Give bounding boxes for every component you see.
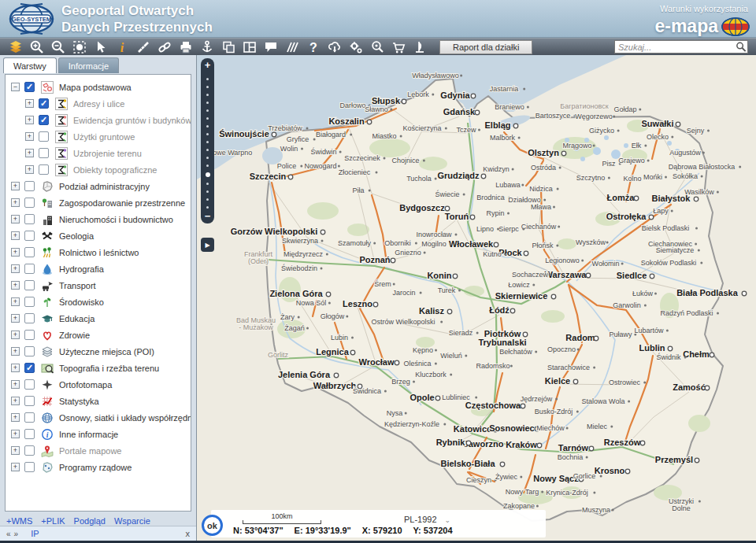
ok-button[interactable]: ok <box>202 515 223 536</box>
zoom-level-current[interactable] <box>206 172 210 177</box>
expand-icon[interactable]: + <box>11 215 20 223</box>
close-icon[interactable]: x <box>186 529 191 538</box>
emapa-brand[interactable]: e-mapa <box>654 16 750 37</box>
tree-row[interactable]: −Mapa podstawowa <box>6 79 191 95</box>
layer-checkbox[interactable] <box>24 214 35 224</box>
layer-checkbox[interactable] <box>24 280 35 290</box>
expand-icon[interactable]: + <box>11 281 20 290</box>
layer-label[interactable]: Transport <box>55 281 96 290</box>
link-icon[interactable] <box>154 39 175 56</box>
zoom-level-dot[interactable] <box>206 86 209 88</box>
layer-label[interactable]: Obiekty topograficzne <box>69 165 157 175</box>
zoom-level-track[interactable] <box>201 70 214 211</box>
expand-icon[interactable]: + <box>11 446 20 455</box>
zoom-level-dot[interactable] <box>206 94 209 96</box>
zoom-level-dot[interactable] <box>206 164 209 167</box>
layer-checkbox[interactable] <box>24 198 35 208</box>
expand-icon[interactable]: + <box>11 331 20 339</box>
layer-checkbox[interactable] <box>24 346 35 356</box>
zoom-control[interactable]: + − <box>201 58 214 223</box>
cloud-download-icon[interactable] <box>324 39 345 56</box>
layer-checkbox[interactable] <box>39 98 49 109</box>
tree-row[interactable]: +Nieruchomości i budownictwo <box>6 211 191 227</box>
expand-icon[interactable]: + <box>11 297 20 306</box>
layer-label[interactable]: Topografia i rzeźba terenu <box>55 364 159 373</box>
layer-label[interactable]: Użyteczne miejsca (POI) <box>55 347 154 356</box>
layer-checkbox[interactable] <box>39 131 49 142</box>
layer-label[interactable]: Środowisko <box>55 297 104 307</box>
zoom-level-dot[interactable] <box>206 206 209 209</box>
layer-checkbox[interactable] <box>24 396 35 406</box>
layer-checkbox[interactable] <box>24 445 35 456</box>
expand-icon[interactable]: + <box>25 165 34 174</box>
layer-checkbox[interactable] <box>24 181 35 191</box>
zoom-level-dot[interactable] <box>206 78 209 80</box>
tree-row[interactable]: +Topografia i rzeźba terenu <box>6 360 191 376</box>
print-icon[interactable] <box>175 39 196 56</box>
tree-row[interactable]: +Rolnictwo i leśnictwo <box>6 244 191 260</box>
tree-row[interactable]: +Użyteczne miejsca (POI) <box>6 343 191 360</box>
anchor-icon[interactable] <box>196 39 217 56</box>
select-area-icon[interactable] <box>69 39 90 56</box>
tree-row[interactable]: +Środowisko <box>6 294 191 310</box>
page-prev-icon[interactable]: « <box>6 530 11 538</box>
tree-row[interactable]: +Ortofotomapa <box>6 376 191 393</box>
layer-label[interactable]: Statystyka <box>55 397 99 406</box>
zoom-in-icon[interactable] <box>26 39 47 56</box>
zoom-level-dot[interactable] <box>206 109 209 112</box>
sidebar-collapse-button[interactable]: ▶ <box>201 238 214 252</box>
tree-row[interactable]: +Zagospodarowanie przestrzenne <box>6 194 191 211</box>
tree-row[interactable]: +Hydrografia <box>6 260 191 277</box>
settings-icon[interactable] <box>345 39 366 56</box>
zoom-out-icon[interactable] <box>47 39 69 56</box>
zoom-level-dot[interactable] <box>206 157 209 159</box>
tree-row[interactable]: +Użytki gruntowe <box>6 128 191 145</box>
expand-icon[interactable]: + <box>25 132 34 141</box>
layer-label[interactable]: Uzbrojenie terenu <box>69 149 142 158</box>
layer-checkbox[interactable] <box>24 313 35 323</box>
tree-row[interactable]: +Portale mapowe <box>6 442 191 459</box>
expand-icon[interactable]: + <box>25 149 34 157</box>
layer-label[interactable]: Użytki gruntowe <box>69 132 135 142</box>
layer-checkbox[interactable] <box>24 330 35 340</box>
layer-checkbox[interactable] <box>39 148 49 158</box>
layer-label[interactable]: Edukacja <box>55 314 94 323</box>
layer-label[interactable]: Hydrografia <box>55 264 104 274</box>
layers-icon[interactable] <box>5 39 26 56</box>
search-icon[interactable] <box>735 41 747 53</box>
tree-row[interactable]: +Statystyka <box>6 393 191 409</box>
expand-icon[interactable]: + <box>11 314 20 323</box>
tab-informacje[interactable]: Informacje <box>58 57 119 73</box>
zoom-level-dot[interactable] <box>206 183 209 185</box>
layout-icon[interactable] <box>239 39 260 56</box>
podglad-link[interactable]: Podgląd <box>74 516 106 526</box>
layer-label[interactable]: Adresy i ulice <box>69 99 124 109</box>
expand-icon[interactable]: − <box>11 83 20 91</box>
layer-label[interactable]: Ewidencja gruntów i budynków <box>69 116 191 125</box>
expand-icon[interactable]: + <box>11 397 20 405</box>
info-icon[interactable]: i <box>111 39 132 56</box>
layer-label[interactable]: Portale mapowe <box>55 446 122 456</box>
tree-row[interactable]: +Programy rządowe <box>6 459 191 475</box>
pointer-icon[interactable] <box>90 39 111 56</box>
copy-icon[interactable] <box>217 39 239 56</box>
zoom-out-button[interactable]: − <box>201 211 214 221</box>
expand-icon[interactable]: + <box>25 116 34 124</box>
tree-row[interactable]: +Transport <box>6 277 191 294</box>
zoom-level-dot[interactable] <box>206 117 209 120</box>
layer-label[interactable]: Ortofotomapa <box>55 380 112 390</box>
expand-icon[interactable]: + <box>11 364 20 372</box>
expand-icon[interactable]: + <box>11 264 20 273</box>
layer-label[interactable]: Osnowy, siatki i układy współrzędnych <box>55 413 191 423</box>
help-icon[interactable]: ? <box>302 39 324 56</box>
layer-checkbox[interactable] <box>24 264 35 274</box>
tree-row[interactable]: +Obiekty topograficzne <box>6 161 191 178</box>
layer-label[interactable]: Programy rządowe <box>55 463 132 472</box>
expand-icon[interactable]: + <box>11 231 20 240</box>
terms-link[interactable]: Warunki wykorzystania <box>660 4 748 13</box>
expand-icon[interactable]: + <box>11 182 20 190</box>
expand-icon[interactable]: + <box>11 248 20 257</box>
search-input[interactable] <box>615 42 735 52</box>
zoom-level-dot[interactable] <box>206 125 209 127</box>
tree-row[interactable]: +Geologia <box>6 227 191 244</box>
